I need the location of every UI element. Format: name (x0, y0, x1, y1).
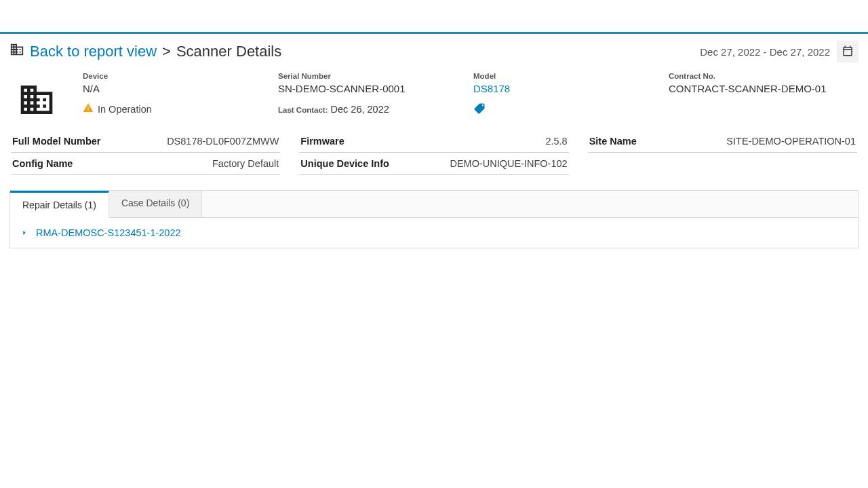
detail-row-firmware: Firmware 2.5.8 (299, 130, 568, 153)
serial-label: Serial Number (278, 72, 462, 80)
warning-icon (83, 102, 94, 115)
detail-row-site-name: Site Name SITE-DEMO-OPERATION-01 (588, 130, 857, 153)
rma-row[interactable]: RMA-DEMOSC-S123451-1-2022 (21, 227, 847, 238)
tab-body: RMA-DEMOSC-S123451-1-2022 (10, 218, 858, 248)
model-link[interactable]: DS8178 (473, 83, 658, 94)
tab-headers: Repair Details (1) Case Details (0) (10, 191, 858, 218)
calendar-icon (842, 45, 854, 59)
site-name-label: Site Name (589, 136, 637, 147)
full-model-value: DS8178-DL0F007ZMWW (167, 136, 279, 147)
date-range: Dec 27, 2022 - Dec 27, 2022 (700, 46, 830, 58)
unique-info-value: DEMO-UNIQUE-INFO-102 (450, 158, 567, 169)
back-to-report-link[interactable]: Back to report view (30, 43, 157, 60)
business-icon (9, 42, 24, 61)
config-name-value: Factory Default (212, 158, 279, 169)
details-grid: Full Model Number DS8178-DL0F007ZMWW Con… (9, 130, 859, 175)
tab-case-details[interactable]: Case Details (0) (109, 191, 202, 217)
summary-panel: Device N/A In Operation Serial Number SN… (9, 72, 859, 124)
device-label: Device (83, 72, 267, 80)
top-bar (0, 0, 868, 34)
breadcrumb: Back to report view > Scanner Details De… (9, 41, 859, 62)
serial-value: SN-DEMO-SCANNER-0001 (278, 83, 462, 94)
firmware-label: Firmware (300, 136, 344, 147)
model-label: Model (473, 72, 658, 80)
status-text: In Operation (98, 104, 152, 115)
config-name-label: Config Name (12, 158, 73, 169)
chevron-right-icon (21, 227, 28, 238)
tag-icon[interactable] (473, 102, 658, 117)
site-name-value: SITE-DEMO-OPERATION-01 (726, 136, 856, 147)
page-title: Scanner Details (176, 43, 281, 60)
breadcrumb-separator: > (162, 43, 171, 60)
detail-row-unique-info: Unique Device Info DEMO-UNIQUE-INFO-102 (299, 153, 568, 175)
firmware-value: 2.5.8 (545, 136, 567, 147)
status-row: In Operation (83, 102, 267, 115)
last-contact-label: Last Contact: (278, 106, 328, 114)
full-model-label: Full Model Number (12, 136, 101, 147)
device-icon (9, 72, 77, 124)
tabs-container: Repair Details (1) Case Details (0) RMA-… (9, 190, 859, 248)
last-contact-value: Dec 26, 2022 (331, 104, 389, 115)
unique-info-label: Unique Device Info (300, 158, 389, 169)
detail-row-full-model: Full Model Number DS8178-DL0F007ZMWW (11, 130, 280, 153)
tab-repair-details[interactable]: Repair Details (1) (10, 191, 109, 218)
calendar-button[interactable] (837, 41, 859, 62)
detail-row-config-name: Config Name Factory Default (11, 153, 280, 175)
contract-value: CONTRACT-SCANNER-DEMO-01 (669, 83, 853, 94)
device-value: N/A (83, 83, 267, 94)
rma-link[interactable]: RMA-DEMOSC-S123451-1-2022 (36, 227, 181, 238)
contract-label: Contract No. (669, 72, 853, 80)
